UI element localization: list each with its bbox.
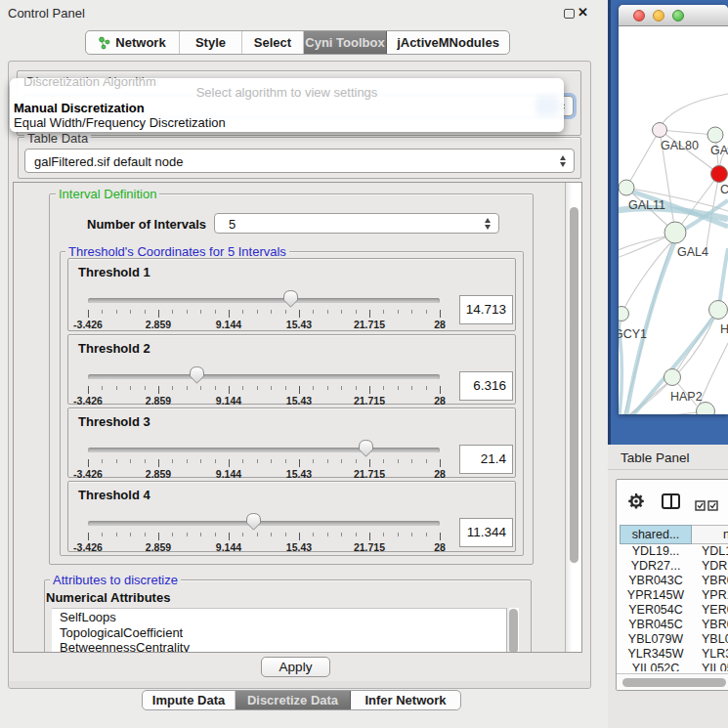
panel-scrollbar-thumb[interactable] xyxy=(570,207,579,563)
cell-name: YBR04 xyxy=(702,618,728,632)
tick-label: 28 xyxy=(416,395,463,407)
cell-name: YIL05 xyxy=(702,662,728,671)
slider-track[interactable] xyxy=(88,448,440,452)
threshold-value-field[interactable]: 11.344 xyxy=(459,518,513,547)
close-icon[interactable]: ✕ xyxy=(578,5,588,20)
bottom-tab-discretize-data[interactable]: Discretize Data xyxy=(236,691,351,709)
table-row[interactable]: YBR043CYBR04 xyxy=(620,574,728,588)
threshold-label: Threshold 1 xyxy=(78,265,150,279)
dropdown-item-manual-discretization[interactable]: Manual Discretization xyxy=(14,101,145,115)
list-item[interactable]: TopologicalCoefficient xyxy=(52,624,506,640)
threshold-value-field[interactable]: 21.4 xyxy=(459,445,513,474)
table-row[interactable]: YIL052CYIL05 xyxy=(620,662,728,671)
column-header-name[interactable]: n xyxy=(692,525,728,544)
tick-label: 9.144 xyxy=(205,319,252,330)
tick-label: 2.859 xyxy=(135,395,182,407)
checkbox-icon[interactable] xyxy=(707,497,718,508)
network-node-GAL11[interactable] xyxy=(619,180,634,195)
node-label: GAL4 xyxy=(677,245,708,259)
tab-network[interactable]: Network xyxy=(86,31,180,54)
column-header-shared-name[interactable]: shared... xyxy=(620,525,692,544)
slider-track[interactable] xyxy=(88,298,440,303)
network-node-GA[interactable] xyxy=(707,127,723,143)
tick-label: -3.426 xyxy=(64,468,111,480)
threshold-label: Threshold 3 xyxy=(78,414,150,429)
table-hscrollbar[interactable] xyxy=(617,673,728,690)
tab-cyni-toolbox[interactable]: Cyni Toolbox xyxy=(304,31,387,54)
threshold-label: Threshold 4 xyxy=(78,488,150,502)
float-panel-icon[interactable] xyxy=(564,9,575,19)
gear-icon[interactable] xyxy=(627,492,645,510)
slider-handle[interactable] xyxy=(359,440,373,457)
panel-bottom-strip xyxy=(9,681,590,688)
network-node-C[interactable] xyxy=(711,166,728,183)
attributes-scrollbar-thumb[interactable] xyxy=(509,609,518,653)
attributes-list-scrollbar[interactable] xyxy=(506,608,519,653)
network-canvas[interactable]: GAL80GACGAL11GAL4GCY1HHAP2 xyxy=(619,27,728,414)
slider-track[interactable] xyxy=(88,374,440,379)
list-item[interactable]: SelfLoops xyxy=(52,609,506,624)
slider-handle[interactable] xyxy=(246,513,261,531)
network-node-GAL80[interactable] xyxy=(653,123,667,138)
node-label: GCY1 xyxy=(619,327,647,341)
tick-label: -3.426 xyxy=(64,395,111,407)
slider-track[interactable] xyxy=(88,521,440,526)
close-traffic-light[interactable] xyxy=(633,10,645,21)
bottom-tab-infer-network[interactable]: Infer Network xyxy=(351,691,460,709)
network-node-GAL4[interactable] xyxy=(664,222,686,243)
cell-shared-name: YER054C xyxy=(620,603,692,618)
tick-label: 15.43 xyxy=(276,319,322,330)
list-item[interactable]: BetweennessCentrality xyxy=(52,639,506,653)
tick-label: 21.715 xyxy=(346,468,393,480)
table-hscrollbar-thumb[interactable] xyxy=(622,678,726,687)
tick-label: 28 xyxy=(416,319,463,330)
slider-handle[interactable] xyxy=(190,366,204,384)
table-row[interactable]: YER054CYER05 xyxy=(620,603,728,618)
tick-label: -3.426 xyxy=(64,541,111,553)
node-label: H xyxy=(720,322,728,336)
slider-handle[interactable] xyxy=(283,290,298,308)
bottom-tab-impute-data[interactable]: Impute Data xyxy=(143,691,236,709)
dropdown-item-equal-width[interactable]: Equal Width/Frequency Discretization xyxy=(14,115,226,130)
combo-arrows-icon xyxy=(560,155,567,167)
apply-button[interactable]: Apply xyxy=(261,657,330,677)
panel-scrollbar[interactable] xyxy=(565,183,581,653)
table-row[interactable]: YPR145WYPR14 xyxy=(620,588,728,603)
columns-icon[interactable] xyxy=(662,493,680,509)
tick-label: 28 xyxy=(416,468,463,480)
tab-jactivemnodules[interactable]: jActiveMNodules xyxy=(387,31,509,54)
table-row[interactable]: YDR27...YDR27 xyxy=(620,559,728,574)
spinner-arrows-icon xyxy=(485,218,492,230)
table-row[interactable]: YBR045CYBR04 xyxy=(620,618,728,632)
cell-shared-name: YPR145W xyxy=(620,588,692,603)
numerical-attributes-list[interactable]: SelfLoopsTopologicalCoefficientBetweenne… xyxy=(52,608,506,653)
num-intervals-spinner[interactable]: 5 xyxy=(214,213,499,234)
zoom-traffic-light[interactable] xyxy=(672,10,684,21)
tick-label: 9.144 xyxy=(205,395,252,407)
cell-name: YBR04 xyxy=(702,574,728,588)
network-node-H[interactable] xyxy=(709,301,728,320)
checkbox-icon[interactable] xyxy=(695,497,706,508)
table-data-combobox[interactable]: galFiltered.sif default node xyxy=(24,149,575,173)
screen: Control Panel ✕ NetworkStyleSelectCyni T… xyxy=(0,0,728,728)
network-window: GAL80GACGAL11GAL4GCY1HHAP2 xyxy=(619,5,728,414)
cell-shared-name: YBR045C xyxy=(620,618,692,632)
tick-label: 2.859 xyxy=(135,541,182,553)
threshold-value-field[interactable]: 6.316 xyxy=(459,371,513,401)
threshold-label: Threshold 2 xyxy=(78,341,150,356)
threshold-value-field[interactable]: 14.713 xyxy=(459,295,513,324)
network-node-GCY1[interactable] xyxy=(619,307,629,321)
tick-label: 15.43 xyxy=(276,468,322,480)
network-node-HAP2[interactable] xyxy=(664,369,681,386)
cell-name: YLR34 xyxy=(702,647,728,662)
minimize-traffic-light[interactable] xyxy=(653,10,664,21)
tab-select[interactable]: Select xyxy=(242,31,304,54)
table-row[interactable]: YBL079WYBL07 xyxy=(620,632,728,647)
table-row[interactable]: YLR345WYLR34 xyxy=(620,647,728,662)
node-table: shared... n YDL19...YDL19YDR27...YDR27YB… xyxy=(616,479,728,691)
network-window-titlebar[interactable] xyxy=(619,5,728,26)
table-rows: YDL19...YDL19YDR27...YDR27YBR043CYBR04YP… xyxy=(620,544,728,671)
table-row[interactable]: YDL19...YDL19 xyxy=(620,544,728,559)
tick-label: 28 xyxy=(416,541,463,553)
tab-style[interactable]: Style xyxy=(180,31,242,54)
